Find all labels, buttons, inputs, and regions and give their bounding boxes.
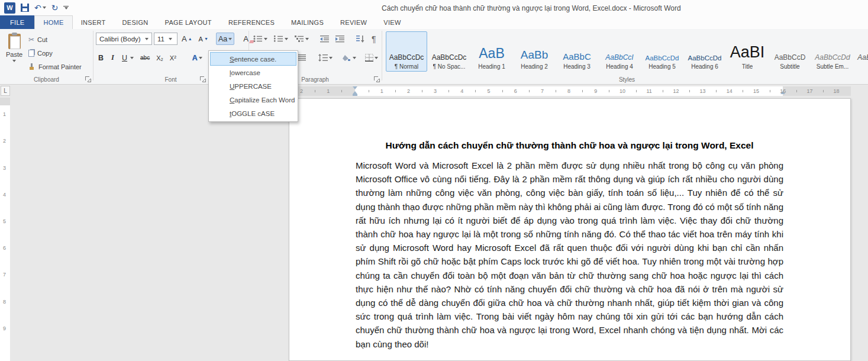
style-item-title[interactable]: AaBITitle [727,31,768,72]
scissors-icon: ✂ [28,36,34,44]
cut-button[interactable]: ✂ Cut [28,34,47,46]
tab-stop-selector[interactable]: L [1,86,10,96]
multilevel-list-button[interactable] [292,33,311,45]
bullets-icon [253,35,263,43]
ruler-tick [448,90,449,92]
underline-button[interactable]: U [120,51,130,64]
bullets-button[interactable] [251,33,270,45]
line-spacing-button[interactable] [316,51,335,64]
tab-page-layout[interactable]: PAGE LAYOUT [157,15,220,29]
decrease-indent-icon [320,35,329,43]
borders-button[interactable] [363,51,380,64]
ruler-number: 7 [541,88,544,94]
subscript-button[interactable]: X₂ [154,51,166,64]
strikethrough-button[interactable]: abc [138,51,152,64]
style-item-heading-4[interactable]: AaBbCcIHeading 4 [599,31,640,72]
tab-mailings[interactable]: MAILINGS [283,15,332,29]
styles-group-label: Styles [386,76,868,83]
document-content[interactable]: Hướng dẫn cách chuyển chữ thường thành c… [289,99,850,351]
font-name-value: Calibri (Body) [99,36,141,43]
style-item-heading-2[interactable]: AaBbHeading 2 [514,31,555,72]
sort-button[interactable] [353,33,367,45]
paste-dropdown-icon[interactable] [12,60,16,62]
style-label: Subtle Em... [817,63,848,70]
redo-icon[interactable]: ↻ [51,4,59,12]
style-item-heading-1[interactable]: AaBHeading 1 [471,31,512,72]
clear-formatting-button[interactable]: A [241,33,251,45]
change-case-button[interactable]: Aa [216,33,234,45]
ruler-tick [475,90,476,92]
borders-dropdown-icon [375,57,378,59]
superscript-button[interactable]: X² [167,51,179,64]
tab-file[interactable]: FILE [0,15,34,29]
decrease-indent-button[interactable] [318,33,331,45]
font-size-dropdown-icon[interactable] [167,33,175,44]
paste-button[interactable]: Paste [3,31,25,76]
case-menu-item-lowercase[interactable]: lowercase [210,66,296,79]
style-item-subtle-em[interactable]: AaBbCcDdSubtle Em... [812,31,853,72]
ruler-tick [636,90,637,92]
format-painter-button[interactable]: Format Painter [28,61,82,73]
v-ruler[interactable]: 123456789 [0,98,10,361]
save-icon[interactable] [21,4,29,12]
font-name-dropdown-icon[interactable] [143,33,151,44]
undo-button[interactable]: ↶ [34,4,46,12]
case-menu-item-sentence-case[interactable]: Sentence case. [210,52,296,66]
show-marks-button[interactable]: ¶ [369,33,379,45]
paragraph-dialog-launcher[interactable] [373,76,380,82]
tab-view[interactable]: VIEW [375,15,409,29]
tab-references[interactable]: REFERENCES [220,15,283,29]
tab-home[interactable]: HOME [34,15,72,29]
tab-review[interactable]: REVIEW [332,15,375,29]
font-name-combo[interactable]: Calibri (Body) [96,33,152,45]
ruler-number: 9 [3,325,6,331]
ruler-tick [422,90,422,92]
shrink-font-button[interactable]: A▼ [196,33,211,45]
style-item-em[interactable]: AaBbCcDdEm... [854,31,868,72]
ruler-number: 2 [300,88,303,94]
ruler-tick [315,90,315,92]
case-menu-item-uppercase[interactable]: UPPERCASE [210,79,296,93]
ribbon-tab-bar: FILEHOMEINSERTDESIGNPAGE LAYOUTREFERENCE… [0,15,868,29]
tab-insert[interactable]: INSERT [73,15,114,29]
increase-indent-button[interactable] [333,33,347,45]
first-line-indent-marker[interactable] [353,86,357,89]
style-item-heading-6[interactable]: AaBbCcDdHeading 6 [684,31,725,72]
grow-font-button[interactable]: A▲ [179,33,195,45]
shading-button[interactable] [340,51,359,64]
document-page[interactable]: Hướng dẫn cách chuyển chữ thường thành c… [289,98,851,361]
style-item-no-spac[interactable]: AaBbCcDc¶ No Spac... [428,31,470,72]
left-indent-marker[interactable] [353,94,357,96]
word-logo-icon[interactable]: W [4,2,15,14]
ruler-number: 18 [834,88,840,94]
case-menu-item-capitalize-each-word[interactable]: Capitalize Each Word [210,93,296,107]
style-item-heading-3[interactable]: AaBbCHeading 3 [556,31,598,72]
style-preview: AaBbCcI [599,34,640,62]
numbering-button[interactable] [272,33,291,45]
ruler-number: 10 [619,88,625,94]
bold-button[interactable]: B [96,51,106,64]
italic-button[interactable]: I [108,51,118,64]
undo-dropdown-icon[interactable] [43,7,46,9]
ruler-tick [395,90,396,92]
text-effects-button[interactable]: A [190,51,205,64]
document-heading[interactable]: Hướng dẫn cách chuyển chữ thường thành c… [356,140,783,151]
clipboard-dialog-launcher[interactable] [85,76,91,82]
style-label: Title [742,63,753,70]
ruler-number: 1 [380,88,383,94]
tab-design[interactable]: DESIGN [114,15,157,29]
style-preview: AaBbCcDc [386,34,427,62]
style-item-heading-5[interactable]: AaBbCcDdHeading 5 [641,31,683,72]
case-menu-item-toggle-case[interactable]: tOGGLE cASE [210,107,296,120]
document-body-text[interactable]: Microsoft Word và Microsoft Excel là 2 p… [356,159,783,351]
font-dialog-launcher[interactable] [199,76,206,82]
font-size-combo[interactable]: 11 [154,33,178,45]
style-item-normal[interactable]: AaBbCcDc¶ Normal [386,31,427,72]
h-ruler[interactable]: 21123456789101112131415161718 [289,86,851,96]
copy-button[interactable]: Copy [28,47,53,59]
customize-qat-button[interactable] [63,6,69,9]
ruler-number: 5 [487,88,490,94]
underline-dropdown-icon[interactable] [130,57,134,59]
style-item-subtitle[interactable]: AaBbCcDSubtitle [769,31,811,72]
cut-label: Cut [37,36,47,43]
